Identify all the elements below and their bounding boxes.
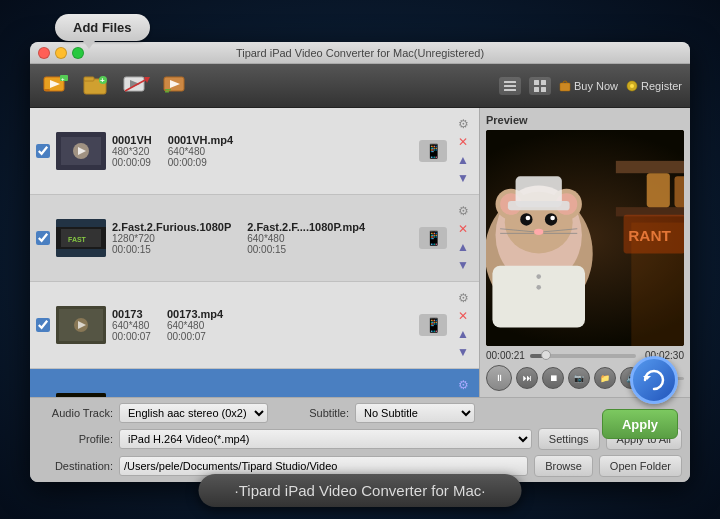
convert-button[interactable] [630, 356, 678, 404]
profile-row: Profile: iPad H.264 Video(*.mp4) Setting… [38, 428, 682, 450]
up-btn-0[interactable]: ▲ [455, 152, 471, 168]
open-folder-button[interactable]: Open Folder [599, 455, 682, 477]
down-btn-1[interactable]: ▼ [455, 257, 471, 273]
window-controls [38, 47, 84, 59]
trim-icon[interactable] [118, 69, 154, 103]
add-video-icon[interactable]: + [38, 69, 74, 103]
gear-btn-2[interactable]: ⚙ [455, 290, 471, 306]
register-button[interactable]: Register [626, 80, 682, 92]
list-view-button[interactable] [499, 77, 521, 95]
file-info-1: 2.Fast.2.Furious.1080P 1280*720 00:00:15… [112, 221, 413, 255]
file-side-btns-1: ⚙ ✕ ▲ ▼ [453, 201, 473, 275]
audio-track-label: Audio Track: [38, 407, 113, 419]
file-checkbox-1[interactable] [36, 231, 50, 245]
file-checkbox-0[interactable] [36, 144, 50, 158]
time-slider[interactable] [530, 354, 636, 358]
svg-text:+: + [100, 76, 105, 85]
gear-btn-0[interactable]: ⚙ [455, 116, 471, 132]
svg-point-61 [526, 216, 531, 221]
pause-overlay: ⏸ [56, 393, 106, 397]
remove-btn-2[interactable]: ✕ [455, 308, 471, 324]
file-info-0: 0001VH 480*320 00:00:09 0001VH.mp4 640*4… [112, 134, 413, 168]
settings-button[interactable]: Settings [538, 428, 600, 450]
file-thumbnail-0 [56, 132, 106, 170]
file-name-2: 00173 [112, 308, 151, 320]
file-item: 0001VH 480*320 00:00:09 0001VH.mp4 640*4… [30, 108, 479, 195]
file-side-btns-2: ⚙ ✕ ▲ ▼ [453, 288, 473, 362]
file-checkbox-2[interactable] [36, 318, 50, 332]
minimize-button[interactable] [55, 47, 67, 59]
grid-view-button[interactable] [529, 77, 551, 95]
svg-rect-49 [647, 173, 670, 207]
svg-text:RANT: RANT [628, 227, 671, 244]
file-item: ⏸ rats 1280*532 00:02:30 rats.mp4 640*48… [30, 369, 479, 397]
audio-track-row: Audio Track: English aac stereo (0x2) Su… [38, 403, 682, 423]
up-btn-2[interactable]: ▲ [455, 326, 471, 342]
subtitle-label: Subtitle: [274, 407, 349, 419]
svg-point-26 [630, 84, 634, 88]
profile-label: Profile: [38, 433, 113, 445]
file-resolution-2: 640*480 [112, 320, 151, 331]
profile-select[interactable]: iPad H.264 Video(*.mp4) [119, 429, 532, 449]
svg-rect-15 [165, 89, 171, 91]
folder-button[interactable]: 📁 [594, 367, 616, 389]
file-output-dur-2: 00:00:07 [167, 331, 223, 342]
file-output-res-1: 640*480 [247, 233, 365, 244]
settings-area: Audio Track: English aac stereo (0x2) Su… [30, 397, 690, 482]
file-output-dur-1: 00:00:15 [247, 244, 365, 255]
svg-rect-17 [504, 81, 516, 83]
toolbar: + + [30, 64, 690, 108]
stop-button[interactable]: ⏹ [542, 367, 564, 389]
buy-now-label: Buy Now [574, 80, 618, 92]
device-btn-2[interactable]: 📱 [419, 314, 447, 336]
subtitle-select[interactable]: No Subtitle [355, 403, 475, 423]
file-thumbnail-1: FAST [56, 219, 106, 257]
audio-track-select[interactable]: English aac stereo (0x2) [119, 403, 268, 423]
svg-point-71 [536, 274, 541, 279]
buy-now-button[interactable]: Buy Now [559, 80, 618, 92]
file-actions-0: 📱 [419, 140, 447, 162]
remove-btn-0[interactable]: ✕ [455, 134, 471, 150]
register-label: Register [641, 80, 682, 92]
title-bar: Tipard iPad Video Converter for Mac(Unre… [30, 42, 690, 64]
browse-button[interactable]: Browse [534, 455, 593, 477]
file-name-0: 0001VH [112, 134, 152, 146]
close-button[interactable] [38, 47, 50, 59]
forward-button[interactable]: ⏭ [516, 367, 538, 389]
svg-rect-18 [504, 85, 516, 87]
file-actions-2: 📱 [419, 314, 447, 336]
apply-button[interactable]: Apply [602, 409, 678, 439]
destination-label: Destination: [38, 460, 113, 472]
gear-btn-1[interactable]: ⚙ [455, 203, 471, 219]
window-title: Tipard iPad Video Converter for Mac(Unre… [236, 47, 484, 59]
file-list: 0001VH 480*320 00:00:09 0001VH.mp4 640*4… [30, 108, 480, 397]
file-resolution-1: 1280*720 [112, 233, 231, 244]
destination-input[interactable] [119, 456, 528, 476]
time-current: 00:00:21 [486, 350, 526, 361]
add-folder-icon[interactable]: + [78, 69, 114, 103]
file-name-1: 2.Fast.2.Furious.1080P [112, 221, 231, 233]
file-output-res-2: 640*480 [167, 320, 223, 331]
svg-rect-50 [674, 176, 684, 207]
screenshot-button[interactable]: 📷 [568, 367, 590, 389]
gear-btn-3[interactable]: ⚙ [455, 377, 471, 393]
down-btn-0[interactable]: ▼ [455, 170, 471, 186]
preview-scene: RANT [486, 130, 684, 346]
file-resolution-0: 480*320 [112, 146, 152, 157]
file-item: FAST 2.Fast.2.Furious.1080P 1280*720 00:… [30, 195, 479, 282]
pause-button[interactable]: ⏸ [486, 365, 512, 391]
file-side-btns-0: ⚙ ✕ ▲ ▼ [453, 114, 473, 188]
device-btn-1[interactable]: 📱 [419, 227, 447, 249]
svg-rect-22 [534, 87, 539, 92]
add-files-button[interactable]: Add Files [55, 14, 150, 41]
file-info-2: 00173 640*480 00:00:07 00173.mp4 640*480… [112, 308, 413, 342]
svg-point-62 [550, 216, 555, 221]
file-thumbnail-3: ⏸ [56, 393, 106, 397]
effect-icon[interactable] [158, 69, 194, 103]
file-output-name-1: 2.Fast.2.F....1080P.mp4 [247, 221, 365, 233]
up-btn-1[interactable]: ▲ [455, 239, 471, 255]
remove-btn-1[interactable]: ✕ [455, 221, 471, 237]
preview-panel: Preview [480, 108, 690, 397]
device-btn-0[interactable]: 📱 [419, 140, 447, 162]
down-btn-2[interactable]: ▼ [455, 344, 471, 360]
